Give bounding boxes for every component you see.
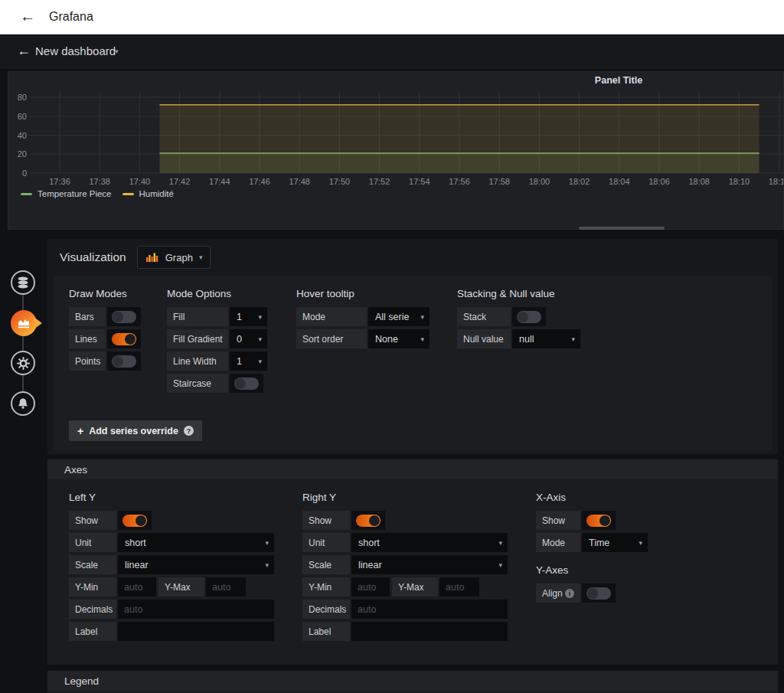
left-y-label-input[interactable] bbox=[118, 622, 274, 641]
align-label: Align i bbox=[536, 583, 580, 603]
chevron-down-icon: ▾ bbox=[258, 335, 262, 343]
draw-modes-title: Draw Modes bbox=[69, 288, 167, 299]
svg-text:80: 80 bbox=[18, 93, 27, 102]
info-circle-icon: i bbox=[565, 589, 574, 598]
dashboard-back-icon[interactable]: ← bbox=[17, 43, 31, 59]
sidebar-item-alert[interactable] bbox=[11, 391, 35, 416]
left-y-unit-select[interactable]: short▾ bbox=[118, 533, 274, 552]
left-y-max-input[interactable] bbox=[206, 577, 246, 597]
right-y-title: Right Y bbox=[302, 492, 508, 503]
axes-body: Left Y Show Unit short▾ Scale linear▾ Y-… bbox=[47, 479, 778, 665]
chart-legend: Temperature Piece Humidité bbox=[21, 189, 185, 198]
bars-toggle[interactable] bbox=[107, 307, 141, 326]
visualization-section-title: Visualization bbox=[60, 250, 126, 264]
sidebar-item-visualization[interactable] bbox=[11, 310, 37, 336]
svg-text:18:12: 18:12 bbox=[769, 177, 784, 186]
viz-type-value: Graph bbox=[165, 252, 193, 263]
x-axis-show-toggle[interactable] bbox=[582, 511, 616, 530]
help-circle-icon: ? bbox=[184, 426, 194, 436]
show-label: Show bbox=[536, 511, 580, 530]
visualization-section-header[interactable]: Visualization Graph ▾ bbox=[47, 239, 778, 276]
points-toggle[interactable] bbox=[107, 351, 141, 371]
x-axis-mode-select[interactable]: Time▾ bbox=[582, 533, 648, 552]
right-y-unit-select[interactable]: short▾ bbox=[351, 533, 508, 552]
svg-text:17:56: 17:56 bbox=[449, 177, 470, 186]
svg-text:17:36: 17:36 bbox=[49, 177, 70, 186]
svg-text:18:00: 18:00 bbox=[529, 177, 550, 186]
legend-item-temperature[interactable]: Temperature Piece bbox=[21, 189, 112, 198]
back-arrow-icon[interactable]: ← bbox=[20, 8, 35, 25]
graph-type-icon bbox=[145, 252, 159, 263]
tooltip-mode-label: Mode bbox=[296, 307, 367, 326]
right-y-scale-select[interactable]: linear▾ bbox=[351, 555, 508, 574]
scale-label: Scale bbox=[69, 555, 116, 574]
left-y-decimals-input[interactable] bbox=[118, 600, 274, 619]
axes-section-header[interactable]: Axes bbox=[47, 459, 778, 479]
fill-gradient-label: Fill Gradient bbox=[167, 329, 228, 348]
chevron-down-icon: ▾ bbox=[265, 561, 269, 569]
series-color-dash bbox=[21, 193, 32, 195]
right-y-min-input[interactable] bbox=[351, 577, 390, 597]
null-value-label: Null value bbox=[457, 329, 511, 348]
series-name: Humidité bbox=[139, 189, 174, 198]
dashboard-title-caret-icon[interactable]: ▾ bbox=[115, 47, 119, 55]
add-series-override-button[interactable]: + Add series override ? bbox=[69, 420, 202, 441]
horizontal-scrollbar-thumb[interactable] bbox=[579, 227, 665, 230]
svg-text:17:42: 17:42 bbox=[169, 177, 191, 186]
ymax-label: Y-Max bbox=[158, 577, 204, 597]
chevron-down-icon: ▾ bbox=[258, 313, 262, 321]
axes-section-title: Axes bbox=[64, 464, 87, 476]
sidebar-item-queries[interactable] bbox=[11, 270, 35, 295]
right-y-show-toggle[interactable] bbox=[351, 511, 385, 530]
series-color-dash bbox=[122, 193, 134, 195]
legend-item-humidite[interactable]: Humidité bbox=[122, 189, 174, 198]
stack-label: Stack bbox=[457, 307, 511, 326]
unit-label: Unit bbox=[302, 533, 350, 552]
svg-text:0: 0 bbox=[22, 168, 27, 178]
chevron-down-icon: ▾ bbox=[639, 539, 642, 547]
fill-gradient-select[interactable]: 0▾ bbox=[230, 329, 267, 348]
line-width-select[interactable]: 1▾ bbox=[230, 351, 267, 371]
sort-order-select[interactable]: None▾ bbox=[368, 329, 430, 348]
legend-section-title: Legend bbox=[64, 675, 99, 687]
unit-label: Unit bbox=[69, 533, 116, 552]
visualization-type-picker[interactable]: Graph ▾ bbox=[137, 246, 211, 269]
time-series-chart[interactable]: 17:3617:3817:4017:4217:4417:4617:4817:50… bbox=[8, 72, 784, 230]
svg-text:18:08: 18:08 bbox=[688, 177, 710, 186]
sidebar-item-general-settings[interactable] bbox=[11, 351, 35, 375]
chevron-down-icon: ▾ bbox=[498, 539, 502, 547]
svg-text:18:10: 18:10 bbox=[729, 177, 750, 186]
line-width-label: Line Width bbox=[167, 351, 228, 371]
legend-section-header[interactable]: Legend bbox=[47, 671, 778, 691]
visualization-section: Visualization Graph ▾ Draw Modes Bars Li… bbox=[47, 239, 778, 454]
left-y-show-toggle[interactable] bbox=[118, 511, 152, 530]
left-y-scale-select[interactable]: linear▾ bbox=[118, 555, 274, 574]
tooltip-mode-select[interactable]: All serie▾ bbox=[368, 307, 430, 326]
database-icon bbox=[16, 276, 30, 289]
stack-toggle[interactable] bbox=[512, 307, 546, 326]
decimals-label: Decimals bbox=[69, 600, 116, 619]
axes-section: Axes Left Y Show Unit short▾ Scale linea… bbox=[47, 459, 778, 665]
svg-text:17:38: 17:38 bbox=[89, 177, 110, 186]
chevron-down-icon: ▾ bbox=[420, 313, 424, 321]
right-y-label-input[interactable] bbox=[351, 622, 508, 641]
chevron-down-icon: ▾ bbox=[498, 561, 502, 569]
dashboard-title[interactable]: New dashboard bbox=[35, 44, 116, 57]
fill-select[interactable]: 1▾ bbox=[230, 307, 267, 326]
lines-toggle[interactable] bbox=[107, 329, 141, 348]
show-label: Show bbox=[69, 511, 116, 530]
staircase-toggle[interactable] bbox=[230, 374, 263, 393]
plus-icon: + bbox=[77, 425, 83, 437]
right-y-decimals-input[interactable] bbox=[351, 600, 508, 619]
null-value-select[interactable]: null▾ bbox=[512, 329, 580, 348]
axis-label-label: Label bbox=[69, 622, 116, 641]
left-y-min-input[interactable] bbox=[118, 577, 156, 597]
right-y-max-input[interactable] bbox=[439, 577, 479, 597]
svg-text:17:54: 17:54 bbox=[409, 177, 430, 186]
staircase-label: Staircase bbox=[167, 374, 228, 393]
svg-text:60: 60 bbox=[18, 112, 27, 121]
svg-text:17:46: 17:46 bbox=[249, 177, 270, 186]
y-axes-align-toggle[interactable] bbox=[582, 583, 616, 603]
chevron-down-icon: ▾ bbox=[258, 358, 262, 365]
ymin-label: Y-Min bbox=[302, 577, 350, 597]
